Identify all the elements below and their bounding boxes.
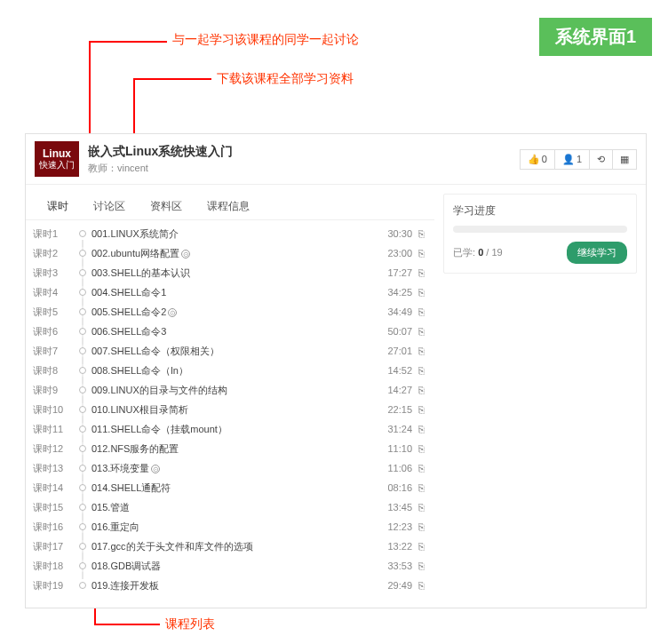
lesson-row[interactable]: 课时1001.LINUX系统简介30:30⎘ xyxy=(33,224,427,243)
lesson-code: 课时14 xyxy=(33,481,74,495)
lesson-duration: 33:53 xyxy=(377,561,412,571)
download-icon[interactable]: ⎘ xyxy=(415,306,427,317)
tab-lessons[interactable]: 课时 xyxy=(35,194,81,219)
progress-card: 学习进度 已学: 0 / 19 继续学习 xyxy=(443,194,637,274)
lesson-row[interactable]: 课时19019.连接开发板29:49⎘ xyxy=(33,576,427,595)
download-icon[interactable]: ⎘ xyxy=(415,228,427,239)
download-icon[interactable]: ⎘ xyxy=(415,463,427,473)
lesson-code: 课时7 xyxy=(33,345,74,358)
lesson-row[interactable]: 课时9009.LINUX的目录与文件的结构14:27⎘ xyxy=(33,380,427,400)
progress-bar xyxy=(453,226,627,233)
tab-discuss[interactable]: 讨论区 xyxy=(81,194,138,219)
lesson-code: 课时17 xyxy=(33,540,74,553)
lesson-code: 课时1 xyxy=(33,227,74,241)
tab-info[interactable]: 课程信息 xyxy=(195,194,262,219)
lesson-row[interactable]: 课时10010.LINUX根目录简析22:15⎘ xyxy=(33,400,427,419)
course-title: 嵌入式Linux系统快速入门 xyxy=(88,144,520,160)
annotation-list: 课程列表 xyxy=(165,616,215,632)
lesson-row[interactable]: 课时11011.SHELL命令（挂载mount）31:24⎘ xyxy=(33,419,427,439)
progress-text: 已学: 0 / 19 xyxy=(453,246,503,259)
lesson-title: 006.SHELL命令3 xyxy=(91,325,377,338)
download-icon[interactable]: ⎘ xyxy=(415,561,427,571)
timeline-dot xyxy=(74,562,91,569)
download-icon[interactable]: ⎘ xyxy=(415,502,427,513)
progress-done: 0 xyxy=(478,247,483,258)
annotation-discuss: 与一起学习该课程的同学一起讨论 xyxy=(172,32,359,48)
redline-list-h xyxy=(94,624,160,625)
lesson-row[interactable]: 课时18018.GDB调试器33:53⎘ xyxy=(33,556,427,576)
timeline-dot xyxy=(74,250,91,257)
lesson-code: 课时12 xyxy=(33,442,74,456)
progress-title: 学习进度 xyxy=(453,203,627,219)
download-icon[interactable]: ⎘ xyxy=(415,521,427,532)
lesson-row[interactable]: 课时3003.SHELL的基本认识17:27⎘ xyxy=(33,263,427,282)
download-icon[interactable]: ⎘ xyxy=(415,424,427,434)
continue-button[interactable]: 继续学习 xyxy=(567,242,627,264)
lesson-row[interactable]: 课时7007.SHELL命令（权限相关）27:01⎘ xyxy=(33,341,427,361)
redline-discuss-h xyxy=(89,41,167,43)
lesson-duration: 14:27 xyxy=(377,385,412,395)
info-icon[interactable]: ⊙ xyxy=(151,465,160,473)
progress-total: 19 xyxy=(491,247,502,258)
timeline-dot xyxy=(74,425,91,433)
like-button[interactable]: 👍 0 xyxy=(520,149,555,170)
logo-line2: 快速入门 xyxy=(39,160,75,170)
tab-materials[interactable]: 资料区 xyxy=(138,194,195,219)
timeline-dot xyxy=(74,445,91,452)
download-icon[interactable]: ⎘ xyxy=(415,385,427,395)
lesson-row[interactable]: 课时17017.gcc的关于头文件和库文件的选项13:22⎘ xyxy=(33,537,427,556)
download-icon[interactable]: ⎘ xyxy=(415,346,427,356)
download-icon[interactable]: ⎘ xyxy=(415,443,427,454)
info-icon[interactable]: ⊙ xyxy=(168,308,177,317)
timeline-dot xyxy=(74,386,91,394)
lesson-duration: 23:00 xyxy=(377,248,412,258)
lesson-title: 012.NFS服务的配置 xyxy=(91,442,377,456)
lesson-duration: 12:23 xyxy=(377,521,412,532)
like-count: 0 xyxy=(542,154,547,164)
lesson-duration: 50:07 xyxy=(377,326,412,337)
download-icon[interactable]: ⎘ xyxy=(415,267,427,278)
more-button[interactable]: ▦ xyxy=(613,149,637,170)
teacher-name: vincent xyxy=(117,163,148,173)
lesson-duration: 31:24 xyxy=(377,424,412,434)
lesson-code: 课时9 xyxy=(33,384,74,397)
download-icon[interactable]: ⎘ xyxy=(415,580,427,591)
lesson-title: 013.环境变量⊙ xyxy=(91,462,377,475)
lesson-duration: 30:30 xyxy=(377,228,412,239)
lesson-row[interactable]: 课时12012.NFS服务的配置11:10⎘ xyxy=(33,439,427,458)
course-logo: Linux 快速入门 xyxy=(35,141,79,177)
lesson-row[interactable]: 课时4004.SHELL命令134:25⎘ xyxy=(33,282,427,302)
lesson-row[interactable]: 课时6006.SHELL命令350:07⎘ xyxy=(33,322,427,341)
members-button[interactable]: 👤 1 xyxy=(555,149,590,170)
download-icon[interactable]: ⎘ xyxy=(415,404,427,415)
info-icon[interactable]: ⊙ xyxy=(181,250,190,258)
panel-header: Linux 快速入门 嵌入式Linux系统快速入门 教师：vincent 👍 0… xyxy=(26,134,646,185)
lesson-code: 课时11 xyxy=(33,423,74,436)
lesson-row[interactable]: 课时2002.ubuntu网络配置⊙23:00⎘ xyxy=(33,243,427,263)
lesson-list: 课时1001.LINUX系统简介30:30⎘课时2002.ubuntu网络配置⊙… xyxy=(26,220,434,599)
lesson-duration: 34:25 xyxy=(377,287,412,298)
members-count: 1 xyxy=(577,154,582,164)
download-icon[interactable]: ⎘ xyxy=(415,326,427,337)
lesson-code: 课时8 xyxy=(33,364,74,378)
timeline-dot xyxy=(74,347,91,354)
lesson-row[interactable]: 课时15015.管道13:45⎘ xyxy=(33,497,427,517)
lesson-row[interactable]: 课时14014.SHELL通配符08:16⎘ xyxy=(33,478,427,497)
lesson-duration: 11:06 xyxy=(377,463,412,473)
download-icon[interactable]: ⎘ xyxy=(415,365,427,376)
lesson-code: 课时3 xyxy=(33,266,74,280)
lesson-row[interactable]: 课时13013.环境变量⊙11:06⎘ xyxy=(33,458,427,478)
timeline-dot xyxy=(74,289,91,296)
download-icon[interactable]: ⎘ xyxy=(415,541,427,552)
lesson-title: 004.SHELL命令1 xyxy=(91,286,377,299)
download-icon[interactable]: ⎘ xyxy=(415,482,427,493)
lesson-row[interactable]: 课时5005.SHELL命令2⊙34:49⎘ xyxy=(33,302,427,322)
lesson-title: 003.SHELL的基本认识 xyxy=(91,266,377,280)
download-icon[interactable]: ⎘ xyxy=(415,287,427,298)
download-icon[interactable]: ⎘ xyxy=(415,248,427,258)
lesson-row[interactable]: 课时16016.重定向12:23⎘ xyxy=(33,517,427,537)
course-panel: Linux 快速入门 嵌入式Linux系统快速入门 教师：vincent 👍 0… xyxy=(25,133,647,608)
share-button[interactable]: ⟲ xyxy=(590,149,613,170)
lesson-duration: 17:27 xyxy=(377,267,412,278)
lesson-row[interactable]: 课时8008.SHELL命令（ln）14:52⎘ xyxy=(33,361,427,380)
